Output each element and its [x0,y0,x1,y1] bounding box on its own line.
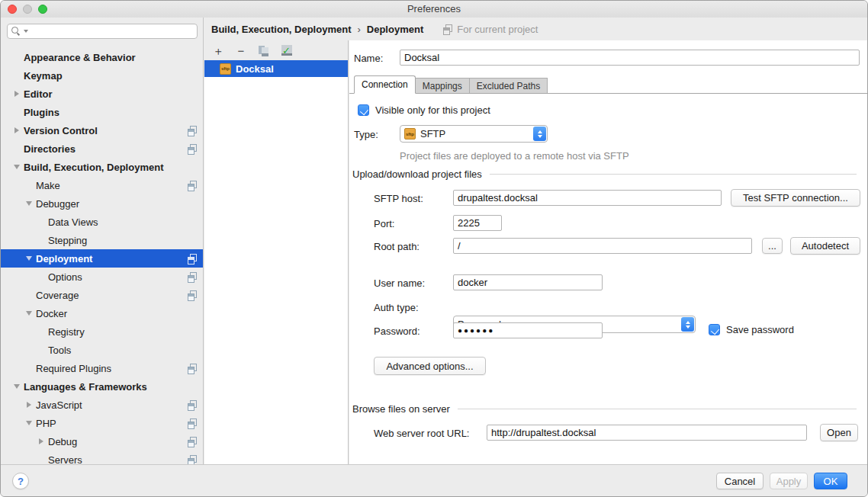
shared-config-icon [188,144,197,154]
breadcrumb: Build, Execution, Deployment › Deploymen… [204,18,867,40]
sidebar-item-options[interactable]: Options [1,268,203,286]
scope-indicator: For current project [443,24,538,35]
sidebar-item-debugger[interactable]: Debugger [1,194,203,213]
open-button[interactable]: Open [820,424,858,441]
use-as-default-button[interactable] [281,44,293,56]
test-sftp-connection-button[interactable]: Test SFTP connection... [731,189,860,207]
shared-config-icon [443,24,452,34]
name-label: Name: [354,53,383,64]
cancel-button[interactable]: Cancel [716,473,764,489]
server-list-item-docksal[interactable]: sftp Docksal [204,60,348,77]
user-name-label: User name: [374,277,425,289]
root-path-input[interactable] [453,238,752,254]
sidebar-item-registry[interactable]: Registry [1,322,203,341]
ok-button[interactable]: OK [814,473,847,489]
add-server-button[interactable]: ＋ [212,44,224,56]
sidebar-item-data-views[interactable]: Data Views [1,213,203,231]
sidebar-item-stepping[interactable]: Stepping [1,231,203,249]
chevron-down-icon[interactable] [22,194,36,213]
chevron-down-icon[interactable] [22,304,36,322]
breadcrumb-separator: › [357,24,360,35]
sftp-host-input[interactable] [453,190,722,206]
upload-section-title: Upload/download project files [352,168,482,180]
dialog-footer: ? Cancel Apply OK [1,464,867,496]
visible-only-checkbox[interactable] [358,104,369,116]
type-hint: Project files are deployed to a remote h… [400,150,629,162]
shared-config-icon [188,181,197,191]
sidebar-item-languages-frameworks[interactable]: Languages & Frameworks [1,377,203,396]
scope-label: For current project [457,24,538,35]
advanced-options-button[interactable]: Advanced options... [374,357,486,375]
sidebar-item-deployment[interactable]: Deployment [1,249,203,268]
sidebar-item-tools[interactable]: Tools [1,341,203,359]
save-password-label: Save password [726,324,794,335]
sidebar-item-php[interactable]: PHP [1,414,203,432]
settings-sidebar: Appearance & Behavior Keymap Editor Plug… [1,18,204,464]
settings-tabs: Connection Mappings Excluded Paths [349,75,867,94]
sidebar-item-coverage[interactable]: Coverage [1,286,203,304]
password-label: Password: [374,325,420,337]
sidebar-item-appearance-behavior[interactable]: Appearance & Behavior [1,48,203,66]
visible-only-row: Visible only for this project [358,104,490,116]
sidebar-item-javascript[interactable]: JavaScript [1,396,203,414]
browse-root-path-button[interactable]: ... [762,238,783,254]
sidebar-item-make[interactable]: Make [1,176,203,194]
chevron-down-icon[interactable] [22,414,36,432]
sidebar-item-editor[interactable]: Editor [1,85,203,103]
save-password-checkbox[interactable] [709,324,720,335]
sidebar-item-plugins[interactable]: Plugins [1,103,203,121]
search-input[interactable] [28,26,197,37]
chevron-down-icon[interactable] [10,158,24,176]
breadcrumb-deployment: Deployment [367,24,423,35]
shared-config-icon [188,254,197,264]
web-root-input[interactable] [487,425,807,441]
user-name-input[interactable] [453,274,603,290]
tab-mappings[interactable]: Mappings [416,78,470,93]
root-path-label: Root path: [374,241,420,252]
apply-button[interactable]: Apply [770,473,808,489]
password-input[interactable] [453,322,603,338]
search-icon [11,27,21,37]
section-divider [458,409,857,409]
port-input[interactable] [453,215,502,231]
chevron-right-icon[interactable] [34,432,48,451]
preferences-window: Preferences Appearance & Behavior Keymap… [0,0,868,497]
shared-config-icon [188,126,197,136]
chevron-right-icon[interactable] [10,121,24,139]
window-title: Preferences [1,3,867,14]
type-dropdown[interactable]: sftp SFTP [400,125,548,143]
sidebar-item-required-plugins[interactable]: Required Plugins [1,359,203,377]
upload-section-header: Upload/download project files [352,168,864,180]
server-list-panel: ＋ − sftp Docksal [204,40,349,464]
tab-excluded-paths[interactable]: Excluded Paths [470,78,548,93]
chevron-right-icon[interactable] [22,396,36,414]
port-label: Port: [374,218,394,229]
chevron-down-icon[interactable] [10,377,24,396]
sidebar-item-keymap[interactable]: Keymap [1,66,203,85]
section-divider [490,174,857,175]
save-password-row: Save password [709,324,794,335]
name-input[interactable] [400,50,860,66]
tab-connection[interactable]: Connection [354,75,416,94]
dropdown-stepper-icon [533,127,546,141]
type-value: SFTP [420,128,445,139]
title-bar: Preferences [1,1,867,18]
remove-server-button[interactable]: − [235,44,247,56]
sidebar-item-debug[interactable]: Debug [1,432,203,451]
shared-config-icon [188,418,197,428]
sidebar-item-docker[interactable]: Docker [1,304,203,322]
browse-section-title: Browse files on server [352,403,450,415]
visible-only-label: Visible only for this project [375,104,490,116]
sidebar-item-build-execution-deployment[interactable]: Build, Execution, Deployment [1,158,203,176]
shared-config-icon [188,290,197,300]
chevron-down-icon[interactable] [22,249,36,268]
settings-tree: Appearance & Behavior Keymap Editor Plug… [1,45,203,464]
settings-search-box[interactable] [7,24,198,39]
autodetect-button[interactable]: Autodetect [790,237,860,255]
chevron-right-icon[interactable] [10,85,24,103]
sidebar-item-directories[interactable]: Directories [1,139,203,158]
help-button[interactable]: ? [12,473,29,489]
copy-server-button[interactable] [258,44,270,56]
sidebar-item-version-control[interactable]: Version Control [1,121,203,139]
breadcrumb-build-execution-deployment[interactable]: Build, Execution, Deployment [211,24,351,35]
